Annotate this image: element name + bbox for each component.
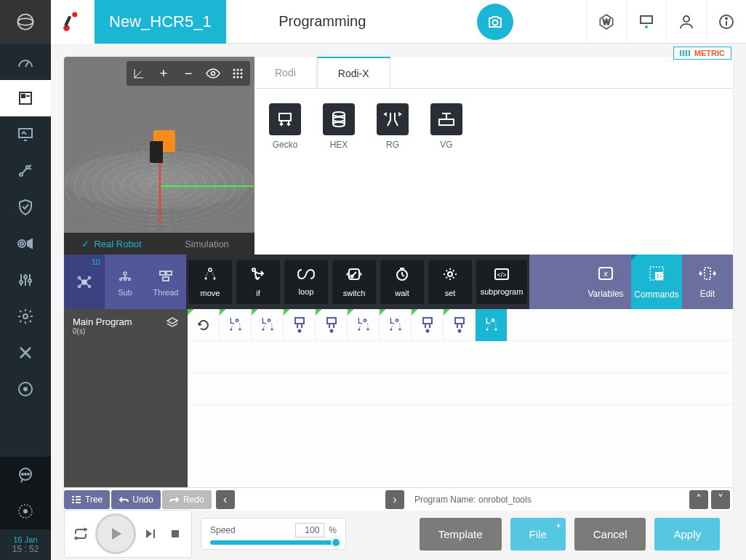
timeline-node[interactable] xyxy=(284,309,316,341)
commands-icon xyxy=(648,265,665,287)
svg-point-25 xyxy=(18,240,25,247)
thread-button[interactable]: Thread xyxy=(145,255,186,309)
stop-icon[interactable] xyxy=(165,529,185,539)
repeat-icon[interactable] xyxy=(71,527,91,540)
sidebar-programming-icon[interactable] xyxy=(0,80,51,116)
timeline-node[interactable]: L xyxy=(380,309,412,341)
sidebar-dashboard-icon[interactable] xyxy=(0,44,51,80)
user-icon[interactable] xyxy=(666,0,706,44)
tree-button[interactable]: Tree xyxy=(64,490,110,509)
component-hex[interactable]: HEX xyxy=(323,103,355,150)
robot-icon[interactable] xyxy=(51,0,95,44)
speed-slider[interactable] xyxy=(210,540,337,545)
minus-icon[interactable]: − xyxy=(176,61,201,86)
undo-button[interactable]: Undo xyxy=(111,490,161,509)
cancel-button[interactable]: Cancel xyxy=(574,518,646,551)
speed-control: Speed 100 % xyxy=(201,518,346,550)
sidebar-monitor-icon[interactable] xyxy=(0,116,51,153)
timeline-node[interactable] xyxy=(412,309,444,341)
tab-rodi-x[interactable]: Rodi-X xyxy=(317,57,390,88)
up-arrow-icon[interactable]: ˄ xyxy=(689,490,708,509)
play-button[interactable] xyxy=(95,513,136,554)
axes-icon[interactable] xyxy=(127,61,151,86)
next-arrow-icon[interactable]: › xyxy=(385,490,404,509)
sidebar-camera-settings-icon[interactable] xyxy=(0,225,51,262)
sidebar-gear-icon[interactable] xyxy=(0,298,51,335)
viewport-tab-simulation[interactable]: Simulation xyxy=(159,233,254,255)
timeline-node-active[interactable]: L xyxy=(476,309,508,341)
plus-icon[interactable]: + xyxy=(151,61,176,86)
timeline-node[interactable]: L xyxy=(348,309,380,341)
variables-button[interactable]: xVariables xyxy=(580,255,631,309)
sidebar-disc-icon[interactable] xyxy=(0,371,51,407)
timeline-node-loop[interactable] xyxy=(188,309,220,341)
cmd-wait[interactable]: wait xyxy=(380,260,424,304)
viewport-tab-real-robot[interactable]: ✓Real Robot xyxy=(64,233,159,255)
svg-text:L: L xyxy=(486,317,490,325)
hex-w-icon[interactable]: W xyxy=(586,0,626,44)
timeline-node[interactable]: L xyxy=(252,309,284,341)
component-vg[interactable]: VG xyxy=(430,103,462,150)
speed-value-input[interactable]: 100 xyxy=(295,523,324,537)
timeline[interactable]: L L L L L xyxy=(188,309,733,487)
layers-icon[interactable] xyxy=(166,316,179,332)
svg-point-86 xyxy=(209,269,212,271)
step-forward-icon[interactable] xyxy=(140,528,161,540)
cmd-loop[interactable]: loop xyxy=(284,260,328,304)
slider-thumb-icon[interactable] xyxy=(331,537,341,548)
component-rg[interactable]: RG xyxy=(377,103,409,150)
sidebar-shield-icon[interactable] xyxy=(0,189,51,225)
edit-button[interactable]: Edit xyxy=(682,255,733,309)
svg-point-77 xyxy=(124,272,127,275)
tab-rodi[interactable]: Rodi xyxy=(254,57,317,88)
template-button[interactable]: Template xyxy=(420,518,502,551)
cmd-set[interactable]: set xyxy=(428,260,472,304)
redo-button[interactable]: Redo xyxy=(162,490,212,509)
svg-point-5 xyxy=(493,20,498,25)
loop-icon xyxy=(297,268,315,284)
check-icon: ✓ xyxy=(81,239,89,249)
cmd-if[interactable]: if xyxy=(236,260,280,304)
sidebar-target-gear-icon[interactable] xyxy=(0,493,51,529)
sidebar-x-icon[interactable] xyxy=(0,335,51,371)
svg-point-88 xyxy=(214,278,216,280)
timeline-node[interactable]: L xyxy=(220,309,252,341)
main-tree-button[interactable]: 10 xyxy=(64,255,105,309)
program-header[interactable]: Main Program 0(s) xyxy=(64,309,188,487)
cmd-subprogram[interactable]: </>subprogram xyxy=(476,260,527,304)
metric-badge[interactable]: METRIC xyxy=(673,47,731,60)
sub-button[interactable]: Sub xyxy=(105,255,145,309)
apply-button[interactable]: Apply xyxy=(654,518,720,551)
component-gecko[interactable]: Gecko xyxy=(269,103,301,150)
svg-text:</>: </> xyxy=(497,271,506,279)
hex-icon xyxy=(323,103,355,135)
app-logo-icon[interactable] xyxy=(0,0,51,44)
svg-point-32 xyxy=(28,279,31,282)
camera-button[interactable] xyxy=(477,4,513,40)
svg-point-131 xyxy=(390,329,392,331)
prev-arrow-icon[interactable]: ‹ xyxy=(216,490,235,509)
timeline-node[interactable] xyxy=(316,309,348,341)
command-strip: 10 Sub Thread move if loop xyxy=(64,255,733,309)
svg-rect-133 xyxy=(423,318,432,324)
sidebar-sliders-icon[interactable] xyxy=(0,262,51,298)
sidebar-chat-icon[interactable] xyxy=(0,457,51,493)
cmd-switch[interactable]: switch xyxy=(332,260,376,304)
commands-button[interactable]: Commands xyxy=(631,255,682,309)
info-icon[interactable] xyxy=(706,0,746,44)
sidebar-robot-arm-icon[interactable] xyxy=(0,153,51,189)
timeline-node[interactable] xyxy=(444,309,476,341)
svg-point-22 xyxy=(20,173,23,176)
svg-point-13 xyxy=(726,17,727,19)
svg-point-9 xyxy=(645,25,648,28)
file-button[interactable]: File xyxy=(510,518,566,551)
svg-line-14 xyxy=(25,62,28,67)
cmd-move[interactable]: move xyxy=(188,260,232,304)
svg-point-140 xyxy=(458,330,460,332)
3d-viewport[interactable]: + − ✓Real Robot Simulation xyxy=(64,57,254,255)
grid-icon[interactable] xyxy=(225,61,250,86)
svg-point-33 xyxy=(23,314,28,319)
eye-icon[interactable] xyxy=(201,61,225,86)
down-arrow-icon[interactable]: ˅ xyxy=(711,490,730,509)
monitor-icon[interactable] xyxy=(626,0,666,44)
